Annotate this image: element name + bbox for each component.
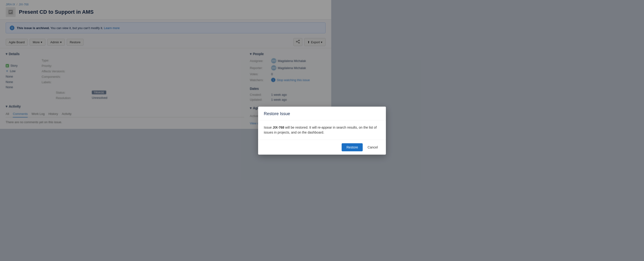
modal-footer: Restore Cancel <box>258 140 386 155</box>
modal-body: Issue JIX-768 will be restored. It will … <box>258 120 386 140</box>
modal-header: Restore Issue <box>258 107 386 120</box>
modal-restore-button[interactable]: Restore <box>342 143 363 151</box>
modal-cancel-button[interactable]: Cancel <box>365 144 380 151</box>
modal-overlay: Restore Issue Issue JIX-768 will be rest… <box>0 0 644 261</box>
restore-modal: Restore Issue Issue JIX-768 will be rest… <box>258 107 386 155</box>
modal-issue-id: JIX-768 <box>272 126 284 129</box>
modal-title: Restore Issue <box>264 111 380 116</box>
